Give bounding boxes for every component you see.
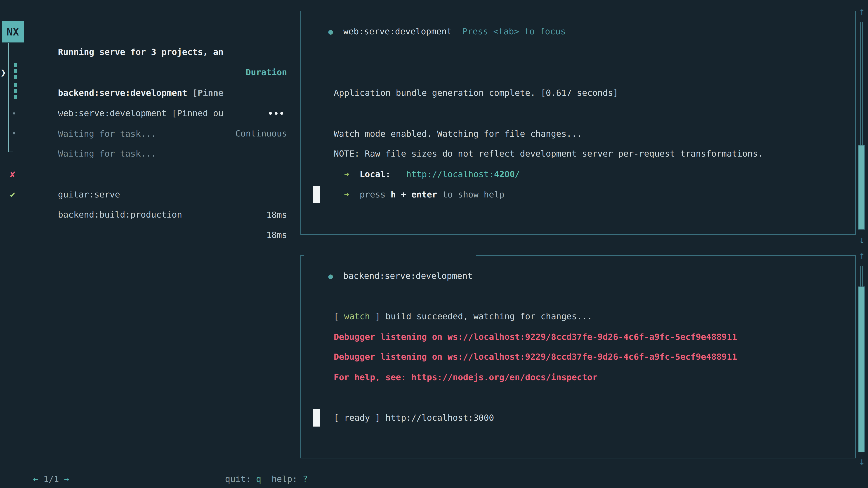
task-status-dot-icon: ● — [329, 27, 333, 36]
task-name: Waiting for task... — [58, 149, 156, 159]
task-row-backend-serve[interactable]: backend:serve:development[Pinne — [37, 62, 287, 83]
quit-key: q — [256, 474, 261, 484]
task-status-dot-icon: ● — [329, 271, 333, 281]
scroll-up-icon[interactable]: ↑ — [857, 245, 867, 265]
task-list-header: Running serve for 3 projects, an Duratio… — [37, 22, 287, 42]
scrollbar-thumb[interactable] — [858, 287, 865, 452]
waiting-bullet — [13, 132, 15, 134]
arrow-right-icon: ➜ — [344, 190, 349, 199]
pane-title: web:serve:development — [343, 26, 452, 36]
task-row-backend-build[interactable]: backend:build:production 18ms — [37, 184, 287, 204]
hint-key: h + enter — [391, 190, 437, 199]
hint-post: to show help — [442, 190, 504, 199]
quit-hint-label: quit: — [225, 474, 251, 484]
x-mark-icon: ✘ — [10, 164, 16, 184]
prev-page-arrow[interactable]: ← — [33, 474, 38, 484]
log-line-note: NOTE: Raw file sizes do not reflect deve… — [313, 123, 851, 143]
log-line-inspector-help: For help, see: https://nodejs.org/en/doc… — [313, 347, 851, 367]
scroll-down-icon[interactable]: ↓ — [857, 451, 867, 471]
waiting-bullet — [13, 112, 15, 115]
task-row-guitar-serve[interactable]: guitar:serve 18ms — [37, 164, 287, 184]
task-duration: 18ms — [266, 205, 287, 225]
task-tree-line — [8, 43, 9, 152]
task-row-web-serve[interactable]: web:serve:development[Pinned ou Continuo… — [37, 83, 287, 103]
focus-hint: Press <tab> to focus — [462, 26, 566, 36]
log-line-bundle-complete: Application bundle generation complete. … — [313, 62, 851, 83]
next-page-arrow[interactable]: → — [64, 474, 69, 484]
task-row-waiting-2[interactable]: Waiting for task... — [37, 123, 287, 143]
keybind-hints: quit:qhelp:? — [204, 449, 287, 469]
log-line-local-url: ➜Local:http://localhost:4200/ — [313, 144, 862, 164]
task-row-waiting-1[interactable]: Waiting for task... — [37, 103, 287, 124]
page-indicator: 1/1 — [43, 474, 59, 484]
pagination: ←1/1→ — [12, 449, 69, 469]
log-text: [ ready ] http://localhost:3000 — [334, 413, 494, 423]
help-hint-label: help: — [272, 474, 297, 484]
log-line-debugger-1: Debugger listening on ws://localhost:922… — [313, 306, 851, 327]
scrollbar-track[interactable] — [860, 22, 863, 145]
log-line-debugger-2: Debugger listening on ws://localhost:922… — [313, 326, 851, 347]
log-text: For help, see: https://nodejs.org/en/doc… — [334, 372, 598, 382]
terminal-pane-backend-serve-title[interactable]: ●backend:serve:development — [304, 246, 476, 266]
log-line-watch-succeeded: [watch]build succeeded, watching for cha… — [313, 286, 851, 306]
selected-task-caret: ❯ — [0, 62, 6, 83]
log-line-watch-mode: Watch mode enabled. Watching for file ch… — [313, 103, 851, 124]
scrollbar-thumb[interactable] — [858, 145, 865, 230]
pane-title: backend:serve:development — [343, 271, 473, 281]
log-line-help-hint: ➜pressh + enterto show help — [313, 164, 862, 184]
task-duration: 18ms — [266, 225, 287, 245]
terminal-cursor — [313, 186, 320, 203]
task-tree-line-foot — [8, 152, 13, 152]
task-list-title: Running serve for 3 projects, an — [58, 47, 223, 57]
check-mark-icon: ✔ — [10, 184, 16, 204]
terminal-cursor — [313, 410, 320, 427]
scroll-up-icon[interactable]: ↑ — [857, 1, 867, 22]
task-name: backend:build:production — [58, 210, 182, 220]
terminal-pane-web-serve-title[interactable]: ●web:serve:developmentPress <tab> to foc… — [304, 1, 569, 21]
hint-pre: press — [360, 190, 385, 199]
nx-tui-screen: NX Running serve for 3 projects, an Dura… — [0, 0, 868, 488]
log-line-ready: [ ready ] http://localhost:3000 — [313, 387, 851, 408]
log-text: Application bundle generation complete. … — [334, 88, 618, 98]
help-key: ? — [303, 474, 308, 484]
scrollbar-track[interactable] — [860, 266, 863, 287]
nx-logo: NX — [2, 21, 24, 42]
